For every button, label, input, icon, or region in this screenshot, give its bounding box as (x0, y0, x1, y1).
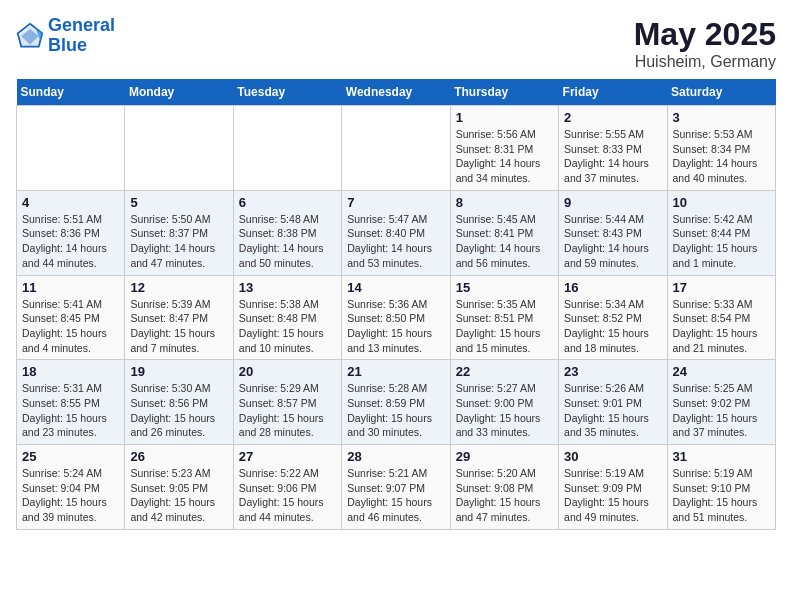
calendar-cell: 6Sunrise: 5:48 AM Sunset: 8:38 PM Daylig… (233, 190, 341, 275)
day-number: 21 (347, 364, 444, 379)
calendar-week-2: 11Sunrise: 5:41 AM Sunset: 8:45 PM Dayli… (17, 275, 776, 360)
day-info: Sunrise: 5:44 AM Sunset: 8:43 PM Dayligh… (564, 212, 661, 271)
day-number: 10 (673, 195, 770, 210)
calendar-cell: 8Sunrise: 5:45 AM Sunset: 8:41 PM Daylig… (450, 190, 558, 275)
day-number: 1 (456, 110, 553, 125)
weekday-header-friday: Friday (559, 79, 667, 106)
day-number: 19 (130, 364, 227, 379)
weekday-header-tuesday: Tuesday (233, 79, 341, 106)
calendar-cell: 10Sunrise: 5:42 AM Sunset: 8:44 PM Dayli… (667, 190, 775, 275)
day-info: Sunrise: 5:19 AM Sunset: 9:10 PM Dayligh… (673, 466, 770, 525)
weekday-header-thursday: Thursday (450, 79, 558, 106)
day-info: Sunrise: 5:22 AM Sunset: 9:06 PM Dayligh… (239, 466, 336, 525)
day-info: Sunrise: 5:33 AM Sunset: 8:54 PM Dayligh… (673, 297, 770, 356)
day-info: Sunrise: 5:21 AM Sunset: 9:07 PM Dayligh… (347, 466, 444, 525)
calendar-cell (233, 106, 341, 191)
calendar-cell: 5Sunrise: 5:50 AM Sunset: 8:37 PM Daylig… (125, 190, 233, 275)
day-number: 30 (564, 449, 661, 464)
day-number: 11 (22, 280, 119, 295)
day-info: Sunrise: 5:20 AM Sunset: 9:08 PM Dayligh… (456, 466, 553, 525)
title-block: May 2025 Huisheim, Germany (634, 16, 776, 71)
calendar-cell: 14Sunrise: 5:36 AM Sunset: 8:50 PM Dayli… (342, 275, 450, 360)
calendar-cell: 21Sunrise: 5:28 AM Sunset: 8:59 PM Dayli… (342, 360, 450, 445)
day-info: Sunrise: 5:24 AM Sunset: 9:04 PM Dayligh… (22, 466, 119, 525)
day-number: 26 (130, 449, 227, 464)
calendar-week-4: 25Sunrise: 5:24 AM Sunset: 9:04 PM Dayli… (17, 445, 776, 530)
calendar-cell: 12Sunrise: 5:39 AM Sunset: 8:47 PM Dayli… (125, 275, 233, 360)
day-info: Sunrise: 5:23 AM Sunset: 9:05 PM Dayligh… (130, 466, 227, 525)
logo-text: GeneralBlue (48, 16, 115, 56)
day-info: Sunrise: 5:19 AM Sunset: 9:09 PM Dayligh… (564, 466, 661, 525)
calendar-cell: 15Sunrise: 5:35 AM Sunset: 8:51 PM Dayli… (450, 275, 558, 360)
calendar-cell: 29Sunrise: 5:20 AM Sunset: 9:08 PM Dayli… (450, 445, 558, 530)
calendar-week-1: 4Sunrise: 5:51 AM Sunset: 8:36 PM Daylig… (17, 190, 776, 275)
day-number: 7 (347, 195, 444, 210)
calendar-cell: 16Sunrise: 5:34 AM Sunset: 8:52 PM Dayli… (559, 275, 667, 360)
calendar-cell: 27Sunrise: 5:22 AM Sunset: 9:06 PM Dayli… (233, 445, 341, 530)
calendar-body: 1Sunrise: 5:56 AM Sunset: 8:31 PM Daylig… (17, 106, 776, 530)
day-info: Sunrise: 5:53 AM Sunset: 8:34 PM Dayligh… (673, 127, 770, 186)
day-info: Sunrise: 5:31 AM Sunset: 8:55 PM Dayligh… (22, 381, 119, 440)
calendar-cell: 7Sunrise: 5:47 AM Sunset: 8:40 PM Daylig… (342, 190, 450, 275)
day-info: Sunrise: 5:41 AM Sunset: 8:45 PM Dayligh… (22, 297, 119, 356)
calendar-cell: 11Sunrise: 5:41 AM Sunset: 8:45 PM Dayli… (17, 275, 125, 360)
day-number: 9 (564, 195, 661, 210)
day-info: Sunrise: 5:50 AM Sunset: 8:37 PM Dayligh… (130, 212, 227, 271)
day-info: Sunrise: 5:28 AM Sunset: 8:59 PM Dayligh… (347, 381, 444, 440)
calendar-cell: 9Sunrise: 5:44 AM Sunset: 8:43 PM Daylig… (559, 190, 667, 275)
calendar-week-3: 18Sunrise: 5:31 AM Sunset: 8:55 PM Dayli… (17, 360, 776, 445)
day-number: 12 (130, 280, 227, 295)
calendar-cell: 4Sunrise: 5:51 AM Sunset: 8:36 PM Daylig… (17, 190, 125, 275)
day-info: Sunrise: 5:30 AM Sunset: 8:56 PM Dayligh… (130, 381, 227, 440)
day-number: 14 (347, 280, 444, 295)
day-info: Sunrise: 5:56 AM Sunset: 8:31 PM Dayligh… (456, 127, 553, 186)
calendar-cell (342, 106, 450, 191)
day-number: 22 (456, 364, 553, 379)
day-info: Sunrise: 5:26 AM Sunset: 9:01 PM Dayligh… (564, 381, 661, 440)
weekday-header-saturday: Saturday (667, 79, 775, 106)
day-number: 17 (673, 280, 770, 295)
weekday-header-sunday: Sunday (17, 79, 125, 106)
day-info: Sunrise: 5:34 AM Sunset: 8:52 PM Dayligh… (564, 297, 661, 356)
day-number: 31 (673, 449, 770, 464)
day-number: 15 (456, 280, 553, 295)
day-info: Sunrise: 5:47 AM Sunset: 8:40 PM Dayligh… (347, 212, 444, 271)
calendar-cell (17, 106, 125, 191)
day-number: 6 (239, 195, 336, 210)
calendar-cell: 18Sunrise: 5:31 AM Sunset: 8:55 PM Dayli… (17, 360, 125, 445)
calendar-cell: 31Sunrise: 5:19 AM Sunset: 9:10 PM Dayli… (667, 445, 775, 530)
day-number: 25 (22, 449, 119, 464)
day-info: Sunrise: 5:55 AM Sunset: 8:33 PM Dayligh… (564, 127, 661, 186)
day-info: Sunrise: 5:42 AM Sunset: 8:44 PM Dayligh… (673, 212, 770, 271)
day-info: Sunrise: 5:29 AM Sunset: 8:57 PM Dayligh… (239, 381, 336, 440)
calendar-table: SundayMondayTuesdayWednesdayThursdayFrid… (16, 79, 776, 530)
day-info: Sunrise: 5:25 AM Sunset: 9:02 PM Dayligh… (673, 381, 770, 440)
calendar-cell: 17Sunrise: 5:33 AM Sunset: 8:54 PM Dayli… (667, 275, 775, 360)
calendar-cell: 2Sunrise: 5:55 AM Sunset: 8:33 PM Daylig… (559, 106, 667, 191)
day-number: 5 (130, 195, 227, 210)
calendar-cell: 3Sunrise: 5:53 AM Sunset: 8:34 PM Daylig… (667, 106, 775, 191)
weekday-header-row: SundayMondayTuesdayWednesdayThursdayFrid… (17, 79, 776, 106)
calendar-cell: 13Sunrise: 5:38 AM Sunset: 8:48 PM Dayli… (233, 275, 341, 360)
day-info: Sunrise: 5:51 AM Sunset: 8:36 PM Dayligh… (22, 212, 119, 271)
day-number: 27 (239, 449, 336, 464)
day-number: 8 (456, 195, 553, 210)
month-title: May 2025 (634, 16, 776, 53)
day-number: 13 (239, 280, 336, 295)
day-info: Sunrise: 5:35 AM Sunset: 8:51 PM Dayligh… (456, 297, 553, 356)
calendar-cell (125, 106, 233, 191)
day-number: 29 (456, 449, 553, 464)
day-number: 20 (239, 364, 336, 379)
day-number: 23 (564, 364, 661, 379)
day-number: 28 (347, 449, 444, 464)
day-number: 18 (22, 364, 119, 379)
day-number: 24 (673, 364, 770, 379)
day-info: Sunrise: 5:36 AM Sunset: 8:50 PM Dayligh… (347, 297, 444, 356)
calendar-cell: 22Sunrise: 5:27 AM Sunset: 9:00 PM Dayli… (450, 360, 558, 445)
day-info: Sunrise: 5:38 AM Sunset: 8:48 PM Dayligh… (239, 297, 336, 356)
logo: GeneralBlue (16, 16, 115, 56)
calendar-cell: 25Sunrise: 5:24 AM Sunset: 9:04 PM Dayli… (17, 445, 125, 530)
weekday-header-wednesday: Wednesday (342, 79, 450, 106)
page-header: GeneralBlue May 2025 Huisheim, Germany (16, 16, 776, 71)
calendar-cell: 28Sunrise: 5:21 AM Sunset: 9:07 PM Dayli… (342, 445, 450, 530)
